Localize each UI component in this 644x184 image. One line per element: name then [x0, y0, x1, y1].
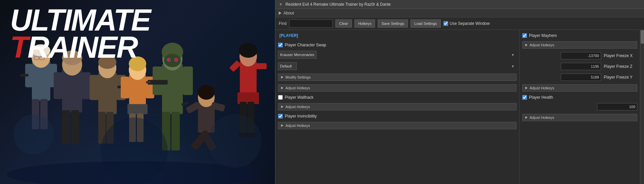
modify-settings-arrow-icon: [281, 76, 283, 79]
freeze-z-row: Player Freeze Z: [522, 62, 637, 71]
character-swap-label: Player Character Swap: [285, 43, 326, 47]
use-separate-window-label[interactable]: Use Separate Window: [443, 21, 490, 26]
use-separate-window-checkbox[interactable]: [443, 21, 448, 26]
use-separate-window-text: Use Separate Window: [450, 21, 490, 26]
ultimate-title: ULTIMATE: [10, 7, 150, 34]
health-checkbox[interactable]: [522, 95, 527, 100]
dropdown1-wrapper: Krauser Mercenaries Leon Ashley Ada ▼: [278, 51, 517, 59]
dropdown2-row: Default Variant 1 Variant 2 ▼: [278, 61, 517, 71]
main-content: [PLAYER] Player Character Swap Krauser M…: [275, 30, 644, 184]
svg-rect-22: [90, 75, 99, 100]
scrollbar-thumb[interactable]: [641, 30, 644, 44]
svg-point-42: [174, 58, 178, 61]
svg-rect-35: [162, 64, 183, 114]
modify-settings-label: Modify Settings: [285, 75, 311, 79]
health-label: Player Health: [529, 95, 553, 100]
svg-point-69: [208, 114, 262, 168]
svg-rect-17: [62, 110, 70, 144]
adjust-hotkeys-freeze-button[interactable]: Adjust Hotkeys: [522, 84, 637, 92]
freeze-x-input[interactable]: [561, 52, 601, 59]
health-row: Player Health: [522, 94, 637, 100]
freeze-x-row: Player Freeze X: [522, 51, 637, 60]
about-play-icon[interactable]: [279, 11, 281, 15]
dropdown2-wrapper: Default Variant 1 Variant 2 ▼: [278, 62, 517, 70]
modify-settings-button[interactable]: Modify Settings: [278, 74, 517, 81]
title-icon: ▼: [279, 2, 283, 7]
about-label: About: [283, 11, 294, 15]
character-swap-checkbox[interactable]: [278, 43, 283, 47]
mayhem-label: Player Mayhem: [529, 33, 557, 38]
svg-rect-11: [20, 74, 29, 77]
clear-button[interactable]: Clear: [335, 19, 352, 28]
find-input[interactable]: [289, 19, 333, 28]
trainer-panel: ▼ Resident Evil 4 Remake Ultimate Traine…: [275, 0, 644, 184]
find-label: Find: [279, 21, 286, 26]
trainer-title: TRAINER: [10, 34, 150, 61]
adjust-hotkeys-3-button[interactable]: Adjust Hotkeys: [278, 122, 517, 129]
invincibility-label: Player Invincibility: [285, 114, 317, 119]
health-value-row: [522, 102, 637, 111]
game-title-text: ULTIMATE TRAINER: [10, 7, 150, 61]
adjust-hotkeys-2-arrow-icon: [281, 105, 283, 108]
svg-rect-44: [183, 66, 193, 95]
mayhem-checkbox[interactable]: [522, 33, 527, 38]
character-swap-row: Player Character Swap: [278, 42, 517, 48]
svg-rect-18: [71, 110, 79, 144]
adjust-hotkeys-1-label: Adjust Hotkeys: [285, 86, 310, 90]
wallhack-checkbox[interactable]: [278, 95, 283, 100]
save-settings-button[interactable]: Save Settings: [378, 19, 408, 28]
dropdown1-arrow-icon: ▼: [511, 53, 515, 57]
wallhack-label: Player Wallhack: [285, 95, 314, 100]
adjust-hotkeys-1-arrow-icon: [281, 87, 283, 89]
adjust-hotkeys-health-label: Adjust Hotkeys: [530, 116, 554, 120]
wallhack-row: Player Wallhack: [278, 94, 517, 100]
character-dropdown[interactable]: Krauser Mercenaries Leon Ashley Ada: [278, 51, 317, 59]
freeze-x-label: Player Freeze X: [604, 53, 637, 58]
dropdown2-arrow-icon: ▼: [511, 64, 515, 68]
hotkeys-button[interactable]: Hotkeys: [355, 19, 375, 28]
find-bar: Find Clear Hotkeys Save Settings Load Se…: [275, 17, 644, 30]
svg-point-51: [198, 85, 215, 100]
svg-point-67: [13, 114, 54, 154]
adjust-hotkeys-2-button[interactable]: Adjust Hotkeys: [278, 103, 517, 110]
adjust-hotkeys-freeze-label: Adjust Hotkeys: [530, 86, 554, 90]
freeze-y-row: Player Freeze Y: [522, 73, 637, 82]
adjust-hotkeys-mayhem-label: Adjust Hotkeys: [530, 43, 554, 47]
adjust-hotkeys-health-arrow-icon: [525, 116, 528, 119]
svg-rect-48: [171, 112, 180, 150]
right-column: Player Mayhem Adjust Hotkeys Player Free…: [519, 30, 640, 184]
svg-rect-19: [98, 72, 117, 114]
left-column: [PLAYER] Player Character Swap Krauser M…: [275, 30, 519, 184]
svg-rect-15: [54, 72, 63, 99]
adjust-hotkeys-health-button[interactable]: Adjust Hotkeys: [522, 114, 637, 121]
svg-rect-31: [121, 77, 129, 98]
adjust-hotkeys-3-arrow-icon: [281, 124, 283, 127]
adjust-hotkeys-3-label: Adjust Hotkeys: [285, 124, 310, 128]
svg-rect-62: [256, 63, 267, 69]
svg-point-41: [167, 58, 170, 61]
svg-point-59: [239, 43, 258, 58]
freeze-z-label: Player Freeze Z: [604, 64, 637, 69]
dropdown1-row: Krauser Mercenaries Leon Ashley Ada ▼: [278, 50, 517, 59]
adjust-hotkeys-1-button[interactable]: Adjust Hotkeys: [278, 84, 517, 92]
freeze-z-input[interactable]: [561, 63, 601, 70]
adjust-hotkeys-2-label: Adjust Hotkeys: [285, 105, 310, 109]
adjust-hotkeys-mayhem-button[interactable]: Adjust Hotkeys: [522, 41, 637, 49]
about-bar: About: [275, 9, 644, 17]
svg-rect-30: [127, 104, 148, 114]
scrollbar-track[interactable]: [640, 30, 644, 184]
invincibility-checkbox[interactable]: [278, 114, 283, 119]
svg-point-68: [101, 118, 168, 184]
svg-rect-16: [82, 72, 91, 99]
svg-rect-46: [146, 81, 151, 83]
title-bar-text: Resident Evil 4 Remake Ultimate Trainer …: [285, 2, 391, 7]
freeze-y-input[interactable]: [561, 74, 601, 81]
adjust-hotkeys-freeze-arrow-icon: [525, 87, 528, 89]
load-settings-button[interactable]: Load Settings: [411, 19, 440, 28]
freeze-y-label: Player Freeze Y: [604, 75, 637, 80]
health-value-input[interactable]: [597, 103, 637, 110]
adjust-hotkeys-mayhem-arrow-icon: [525, 44, 528, 46]
variant-dropdown[interactable]: Default Variant 1 Variant 2: [278, 62, 297, 70]
invincibility-row: Player Invincibility: [278, 113, 517, 119]
title-bar: ▼ Resident Evil 4 Remake Ultimate Traine…: [275, 0, 644, 9]
